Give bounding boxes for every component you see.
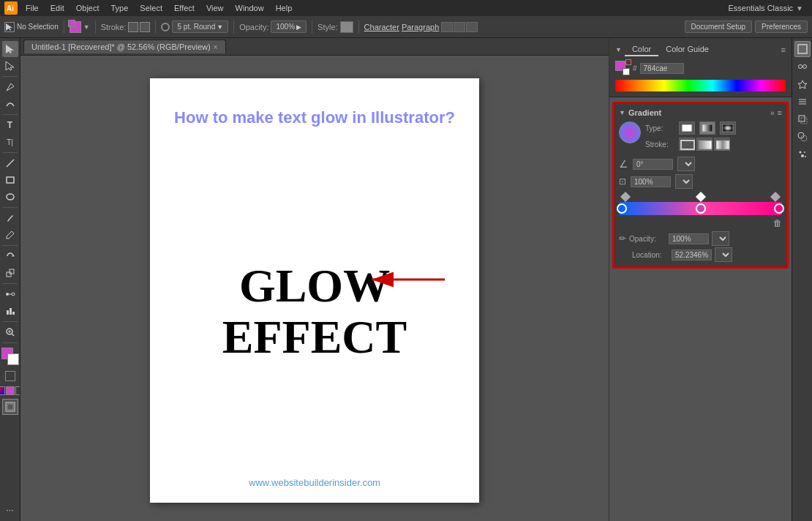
menu-window[interactable]: Window xyxy=(230,2,269,14)
stroke-up-btn[interactable] xyxy=(128,22,138,32)
rotate-tool[interactable] xyxy=(2,248,18,264)
scale-tool[interactable] xyxy=(2,265,18,281)
gradient-swatch-small[interactable] xyxy=(0,386,5,395)
stroke-down-btn[interactable] xyxy=(140,22,150,32)
preferences-btn[interactable]: Preferences xyxy=(755,20,808,33)
fg-bg-swatches[interactable] xyxy=(615,61,630,75)
stroke-btn1[interactable] xyxy=(679,138,695,151)
stroke-width-dropdown[interactable]: ▼ xyxy=(217,23,223,31)
blend-tool[interactable] xyxy=(2,286,18,302)
location-dropdown[interactable]: ▼ xyxy=(715,247,732,262)
opacity-dropdown-grad[interactable]: ▼ xyxy=(712,231,729,246)
fill-swatch[interactable] xyxy=(69,21,81,33)
paragraph-btn[interactable]: Paragraph xyxy=(402,23,439,31)
none-swatch[interactable] xyxy=(2,368,18,384)
fill-area[interactable]: ▼ xyxy=(69,21,90,33)
touch-type-tool[interactable]: T| xyxy=(2,134,18,150)
angle-dropdown[interactable]: ▼ xyxy=(677,157,695,171)
pen-tool[interactable] xyxy=(2,79,18,95)
paintbrush-tool[interactable] xyxy=(2,210,18,226)
rect-tool[interactable] xyxy=(2,172,18,188)
align-left-btn[interactable] xyxy=(441,22,453,32)
color-guide-tab[interactable]: Color Guide xyxy=(658,43,716,56)
top-stop-center[interactable] xyxy=(695,192,705,202)
gradient-panel-header: ▼ Gradient » ≡ xyxy=(619,108,782,117)
style-swatch[interactable] xyxy=(340,21,353,33)
more-tools-btn[interactable]: ··· xyxy=(2,502,18,518)
tab-close-btn[interactable]: × xyxy=(214,43,218,51)
menu-object[interactable]: Object xyxy=(71,2,105,14)
top-stop-left[interactable] xyxy=(620,192,631,202)
type-linear-btn[interactable] xyxy=(699,121,715,135)
color-panel-menu-icon[interactable]: ≡ xyxy=(781,45,786,54)
stroke-width-area[interactable]: 5 pt. Round ▼ xyxy=(161,20,228,33)
gradient-stop-red[interactable] xyxy=(774,203,784,214)
hex-input[interactable] xyxy=(640,63,684,74)
char-para-area: Character Paragraph xyxy=(364,22,478,32)
align-panel-btn[interactable] xyxy=(794,94,811,110)
symbol-sprayer-btn[interactable] xyxy=(794,146,811,162)
menu-view[interactable]: View xyxy=(201,2,229,14)
delete-stop-btn[interactable]: 🗑 xyxy=(773,218,782,228)
gradient-expand-icon[interactable]: » xyxy=(770,109,775,117)
opacity-btn[interactable]: 100% ▶ xyxy=(271,20,307,33)
canvas-bg[interactable]: How to make text glow in Illustrator? GL… xyxy=(20,60,609,521)
opacity-value: 100% xyxy=(276,23,295,31)
tool-sep-6 xyxy=(3,283,18,284)
color-tab[interactable]: Color xyxy=(625,43,658,56)
menu-file[interactable]: File xyxy=(20,2,44,14)
color-swatch-small[interactable] xyxy=(6,386,15,395)
line-tool[interactable] xyxy=(2,155,18,171)
stroke-btn3[interactable] xyxy=(714,138,730,151)
gradient-stop-pink[interactable] xyxy=(696,203,706,214)
location-input[interactable] xyxy=(672,250,712,260)
zoom-tool[interactable] xyxy=(2,324,18,340)
document-tab[interactable]: Untitled-1 [Recovered]* @ 52.56% (RGB/Pr… xyxy=(23,40,226,53)
opacity-input-grad[interactable] xyxy=(669,233,709,244)
pathfinder-btn[interactable] xyxy=(794,129,811,145)
type-tool[interactable]: T xyxy=(2,117,18,133)
menu-effect[interactable]: Effect xyxy=(169,2,200,14)
gradient-menu-icon[interactable]: ≡ xyxy=(778,108,782,117)
gradient-bar[interactable] xyxy=(619,202,782,215)
links-panel-btn[interactable] xyxy=(794,59,811,75)
angle-input[interactable] xyxy=(633,159,673,170)
document-setup-btn[interactable]: Document Setup xyxy=(685,20,753,33)
character-btn[interactable]: Character xyxy=(364,23,399,31)
pencil-tool[interactable] xyxy=(2,227,18,243)
transform-panel-btn[interactable] xyxy=(794,111,811,127)
appearance-panel-btn[interactable] xyxy=(794,76,811,92)
menu-type[interactable]: Type xyxy=(106,2,134,14)
align-center-btn[interactable] xyxy=(454,22,465,32)
direct-select-tool[interactable] xyxy=(2,58,18,74)
align-right-btn[interactable] xyxy=(466,22,478,32)
curvature-tool[interactable] xyxy=(2,96,18,112)
column-graph-tool[interactable] xyxy=(2,303,18,319)
workspace-dropdown-icon[interactable]: ▼ xyxy=(796,4,803,12)
menu-select[interactable]: Select xyxy=(135,2,168,14)
type-label: Type: xyxy=(645,124,674,132)
top-stop-right[interactable] xyxy=(770,192,781,202)
gradient-preview-swatch[interactable] xyxy=(619,121,641,143)
stroke-label: Stroke: xyxy=(645,140,674,149)
color-spectrum[interactable] xyxy=(615,80,786,91)
artboard-tool[interactable] xyxy=(2,399,18,415)
fill-stroke-swatches[interactable] xyxy=(1,348,19,365)
svg-rect-40 xyxy=(801,118,807,124)
type-radial-btn[interactable] xyxy=(720,121,736,135)
opacity-dropdown[interactable]: ▶ xyxy=(296,23,301,31)
none-swatch-small[interactable] xyxy=(15,386,21,395)
scale-dropdown[interactable]: ▼ xyxy=(675,174,693,189)
menu-edit[interactable]: Edit xyxy=(45,2,69,14)
stroke-width-btn[interactable]: 5 pt. Round ▼ xyxy=(172,20,228,33)
stroke-btn2[interactable] xyxy=(696,138,713,151)
ellipse-tool[interactable] xyxy=(2,189,18,205)
svg-point-7 xyxy=(7,194,14,200)
scale-input[interactable] xyxy=(631,176,671,187)
gradient-stop-blue[interactable] xyxy=(617,203,627,214)
panel-toggle-btn[interactable] xyxy=(794,41,811,57)
type-none-btn[interactable] xyxy=(679,121,695,135)
select-tool[interactable] xyxy=(2,41,18,57)
fill-dropdown-icon[interactable]: ▼ xyxy=(83,23,90,31)
menu-help[interactable]: Help xyxy=(271,2,298,14)
